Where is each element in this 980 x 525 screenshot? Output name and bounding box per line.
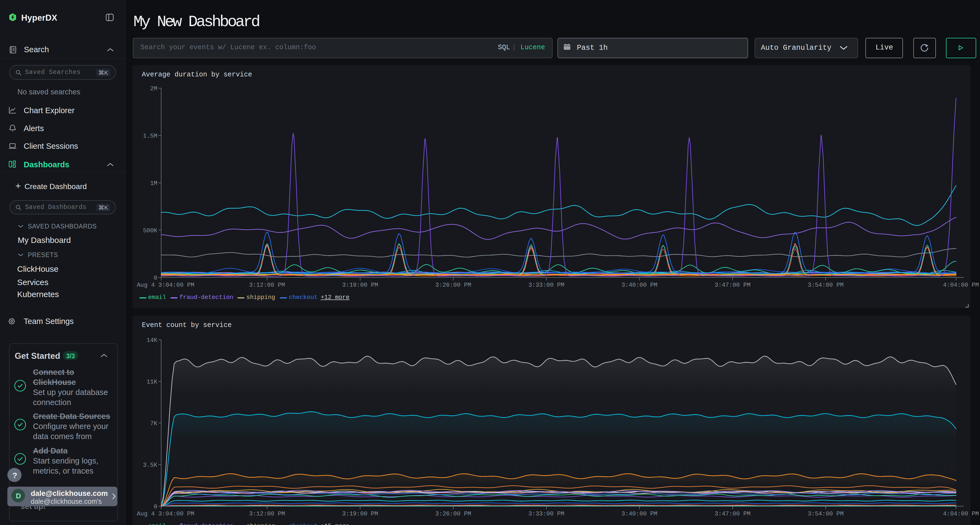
svg-text:3:19:00 PM: 3:19:00 PM: [342, 282, 378, 289]
svg-text:3:26:00 PM: 3:26:00 PM: [435, 282, 471, 289]
svg-text:4:04:00 PM: 4:04:00 PM: [943, 511, 979, 517]
svg-text:3:47:00 PM: 3:47:00 PM: [714, 282, 751, 289]
svg-text:11K: 11K: [146, 379, 158, 385]
svg-text:Aug 4 3:04:00 PM: Aug 4 3:04:00 PM: [137, 511, 194, 517]
svg-text:4:04:00 PM: 4:04:00 PM: [943, 282, 979, 289]
svg-text:3:47:00 PM: 3:47:00 PM: [714, 511, 751, 517]
svg-text:3:12:00 PM: 3:12:00 PM: [249, 282, 285, 289]
svg-text:500K: 500K: [143, 227, 158, 234]
svg-text:0: 0: [154, 275, 158, 282]
svg-text:2M: 2M: [150, 86, 158, 92]
svg-text:3:12:00 PM: 3:12:00 PM: [249, 511, 285, 517]
svg-text:14K: 14K: [146, 337, 158, 344]
svg-text:1M: 1M: [150, 180, 158, 187]
svg-text:3.5K: 3.5K: [143, 462, 158, 469]
svg-text:3:54:00 PM: 3:54:00 PM: [808, 511, 844, 517]
svg-text:7K: 7K: [150, 420, 158, 427]
svg-text:3:54:00 PM: 3:54:00 PM: [808, 282, 844, 289]
svg-text:1.5M: 1.5M: [143, 133, 158, 140]
svg-text:3:26:00 PM: 3:26:00 PM: [435, 511, 471, 517]
svg-text:3:33:00 PM: 3:33:00 PM: [528, 511, 564, 517]
svg-text:Aug 4 3:04:00 PM: Aug 4 3:04:00 PM: [137, 282, 194, 289]
svg-text:3:19:00 PM: 3:19:00 PM: [342, 511, 378, 517]
svg-text:3:40:00 PM: 3:40:00 PM: [622, 282, 657, 289]
svg-text:3:33:00 PM: 3:33:00 PM: [528, 282, 564, 289]
svg-text:3:40:00 PM: 3:40:00 PM: [622, 511, 657, 517]
svg-text:0: 0: [154, 503, 158, 510]
